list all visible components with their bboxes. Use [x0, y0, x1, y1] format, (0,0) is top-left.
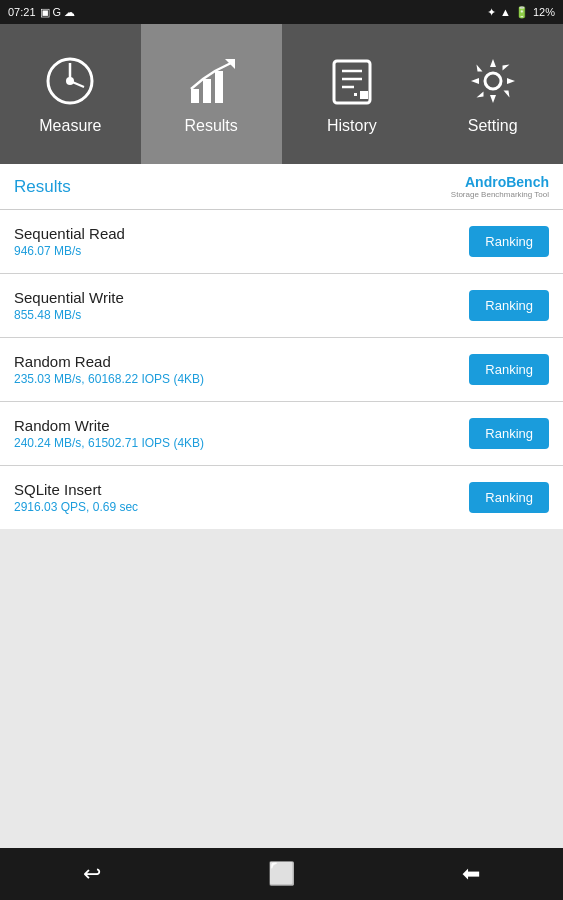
result-item-sequential-read: Sequential Read 946.07 MB/s Ranking	[0, 210, 563, 274]
result-name-sequential-read: Sequential Read	[14, 225, 125, 242]
svg-rect-12	[354, 93, 357, 96]
svg-rect-6	[215, 71, 223, 103]
result-item-random-write: Random Write 240.24 MB/s, 61502.71 IOPS …	[0, 402, 563, 466]
status-bar: 07:21 ▣ G ☁ ✦ ▲ 🔋 12%	[0, 0, 563, 24]
battery-icon: 🔋	[515, 6, 529, 19]
ranking-btn-random-write[interactable]: Ranking	[469, 418, 549, 449]
result-item-sqlite-insert: SQLite Insert 2916.03 QPS, 0.69 sec Rank…	[0, 466, 563, 529]
result-list: Sequential Read 946.07 MB/s Ranking Sequ…	[0, 210, 563, 529]
tab-measure-label: Measure	[39, 117, 101, 135]
result-name-random-read: Random Read	[14, 353, 204, 370]
tab-bar: Measure Results History	[0, 24, 563, 164]
androbench-logo: AndroBench Storage Benchmarking Tool	[451, 174, 549, 199]
measure-icon	[42, 53, 98, 109]
status-left: 07:21 ▣ G ☁	[8, 6, 75, 19]
bottom-nav: ↩ ⬜ ⬅	[0, 848, 563, 900]
svg-point-13	[485, 73, 501, 89]
nav-back-button[interactable]: ⬅	[442, 853, 500, 895]
brand-sub: Storage Benchmarking Tool	[451, 190, 549, 199]
status-right: ✦ ▲ 🔋 12%	[487, 6, 555, 19]
result-value-sqlite-insert: 2916.03 QPS, 0.69 sec	[14, 500, 138, 514]
result-value-random-read: 235.03 MB/s, 60168.22 IOPS (4KB)	[14, 372, 204, 386]
setting-icon	[465, 53, 521, 109]
nav-home-button[interactable]: ⬜	[248, 853, 315, 895]
results-title: Results	[14, 177, 71, 197]
nav-recent-button[interactable]: ↩	[63, 853, 121, 895]
ranking-btn-random-read[interactable]: Ranking	[469, 354, 549, 385]
results-icon	[183, 53, 239, 109]
ranking-btn-sequential-write[interactable]: Ranking	[469, 290, 549, 321]
brand-name: AndroBench	[465, 174, 549, 190]
result-value-random-write: 240.24 MB/s, 61502.71 IOPS (4KB)	[14, 436, 204, 450]
battery-level: 12%	[533, 6, 555, 18]
tab-measure[interactable]: Measure	[0, 24, 141, 164]
status-icons: ▣ G ☁	[40, 6, 76, 19]
ranking-btn-sequential-read[interactable]: Ranking	[469, 226, 549, 257]
result-value-sequential-write: 855.48 MB/s	[14, 308, 124, 322]
bluetooth-icon: ✦	[487, 6, 496, 19]
wifi-icon: ▲	[500, 6, 511, 18]
svg-rect-4	[191, 89, 199, 103]
result-item-random-read: Random Read 235.03 MB/s, 60168.22 IOPS (…	[0, 338, 563, 402]
history-icon	[324, 53, 380, 109]
result-name-sqlite-insert: SQLite Insert	[14, 481, 138, 498]
ranking-btn-sqlite-insert[interactable]: Ranking	[469, 482, 549, 513]
tab-setting[interactable]: Setting	[422, 24, 563, 164]
result-name-sequential-write: Sequential Write	[14, 289, 124, 306]
tab-history-label: History	[327, 117, 377, 135]
content-area: Results AndroBench Storage Benchmarking …	[0, 164, 563, 848]
svg-rect-5	[203, 79, 211, 103]
tab-results[interactable]: Results	[141, 24, 282, 164]
result-name-random-write: Random Write	[14, 417, 204, 434]
tab-setting-label: Setting	[468, 117, 518, 135]
results-header: Results AndroBench Storage Benchmarking …	[0, 164, 563, 210]
tab-history[interactable]: History	[282, 24, 423, 164]
result-value-sequential-read: 946.07 MB/s	[14, 244, 125, 258]
result-item-sequential-write: Sequential Write 855.48 MB/s Ranking	[0, 274, 563, 338]
empty-area	[0, 529, 563, 848]
status-time: 07:21	[8, 6, 36, 18]
tab-results-label: Results	[184, 117, 237, 135]
